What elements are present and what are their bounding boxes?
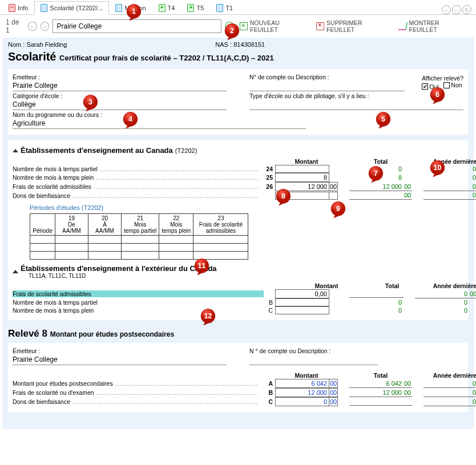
tab-t5[interactable]: T5 [181, 1, 210, 14]
montant-cell[interactable] [275, 192, 329, 200]
nom-label: Nom : [8, 41, 25, 48]
montant-cell[interactable]: 6 042 [275, 379, 329, 388]
typeecole-field[interactable] [249, 99, 463, 110]
add-document-icon [159, 4, 166, 12]
montant-cents[interactable] [329, 192, 338, 200]
tab-t1[interactable]: T1 [210, 1, 239, 14]
montant-cents[interactable]: 00 [329, 388, 338, 397]
col-annee: Année dernière [423, 282, 476, 289]
montant-cell[interactable] [275, 298, 329, 306]
nav-forward-button[interactable]: → [452, 5, 461, 14]
annee-cents: 00 [469, 290, 476, 298]
periods-table: Période 19DeAA/MM 20ÀAA/MM 21Moistemps p… [30, 213, 248, 260]
montant-cell[interactable] [275, 306, 329, 314]
collapse-icon[interactable] [13, 270, 18, 273]
non-checkbox[interactable]: Non [443, 82, 462, 88]
tab-mission[interactable]: Mission [109, 1, 152, 14]
line-letter: A [258, 380, 275, 387]
col-total: Total [361, 282, 423, 289]
periods-block: Périodes d'études (T2202) Période 19DeAA… [30, 204, 463, 260]
period-cell[interactable] [30, 244, 55, 252]
box-number: 26 [258, 183, 275, 190]
row-label: Dons de bienfaisance [13, 398, 258, 405]
button-label: NOUVEAU FEUILLET [250, 19, 308, 33]
typeecole-label: Type d'école ou club de pilotage, s'il y… [249, 92, 463, 99]
tab-scolarite[interactable]: Scolarité (T2202/... [34, 1, 109, 15]
emetteur-field[interactable] [13, 354, 227, 365]
montant-cents[interactable]: 00 [329, 379, 338, 388]
row-label: Montant pour études postsecondaires [13, 380, 258, 387]
compte-field[interactable] [249, 354, 378, 365]
row-label: Frais de scolarité ou d'examen [13, 389, 258, 396]
section-canada: Établissements d'enseignement au Canada … [8, 140, 468, 320]
programme-label: Nom du programme ou du cours : [13, 111, 463, 118]
tab-t4[interactable]: T4 [152, 1, 181, 14]
pager-next-button[interactable]: → [41, 22, 50, 31]
tab-label: T1 [225, 5, 233, 11]
col-montant: Montant [292, 282, 361, 289]
section-suffix: (T2202) [175, 147, 197, 154]
tab-info[interactable]: Info [2, 1, 34, 14]
collapse-icon[interactable] [13, 149, 18, 152]
emetteur-label: Émetteur : [13, 74, 227, 80]
period-cell[interactable] [30, 236, 55, 244]
total-cell: 0 [349, 306, 404, 314]
programme-field[interactable] [13, 118, 306, 129]
section-sub: TL11A, TL11C, TL11D [29, 273, 217, 279]
compte-label: N° de compte ou Description : [249, 74, 405, 80]
montant-cell[interactable]: 8 [275, 173, 329, 182]
delete-icon [316, 22, 324, 30]
categorie-field[interactable] [13, 99, 227, 110]
search-input[interactable] [53, 19, 221, 33]
total-cell: 12 000 [349, 389, 404, 397]
montant-cell[interactable]: 0,00 [275, 289, 329, 298]
info-icon [9, 4, 15, 12]
emetteur-field[interactable] [13, 80, 227, 91]
col-montant: Montant [275, 158, 338, 165]
line-letter: B [258, 389, 275, 396]
document-icon [41, 4, 47, 12]
line-letter: C [258, 398, 275, 405]
document-icon [115, 4, 122, 12]
row-label: Nombre de mois à temps partiel [13, 165, 258, 172]
tab-label: Info [18, 5, 28, 11]
search-go-button[interactable]: → [225, 22, 234, 31]
section-heading: Établissements d'enseignement à l'extéri… [21, 264, 217, 273]
annee-cell: 0 [415, 298, 469, 306]
pager-prev-button[interactable]: ← [28, 22, 37, 31]
supprimer-feuillet-button[interactable]: SUPPRIMER FEUILLET [314, 18, 393, 34]
montant-cell[interactable]: 12 000 [275, 182, 329, 191]
row-label: Frais de scolarité admissibles [13, 290, 264, 297]
nouveau-feuillet-button[interactable]: NOUVEAU FEUILLET [237, 18, 310, 34]
montant-cents[interactable]: 00 [329, 182, 338, 191]
montant-cell[interactable]: 12 000 [275, 388, 329, 397]
tab-bar: Info Scolarité (T2202/... Mission T4 T5 … [0, 0, 476, 15]
r8-info-block: Émetteur : N ° de compte ou Description … [8, 343, 468, 412]
period-cell[interactable] [30, 252, 55, 260]
button-label: SUPPRIMER FEUILLET [326, 19, 391, 33]
nav-back-button[interactable]: ← [442, 5, 451, 14]
line-letter: C [264, 307, 275, 314]
montant-cents[interactable]: 00 [329, 397, 338, 406]
montrer-feuillet-button[interactable]: MONTRER FEUILLET [397, 18, 470, 34]
annee-cell: 0 [423, 191, 476, 200]
montant-cell[interactable] [275, 165, 329, 173]
nav-refresh-button[interactable]: ↻ [462, 5, 471, 14]
add-icon [240, 22, 248, 30]
compte-label: N ° de compte ou Description : [249, 347, 463, 354]
col-annee: Année dernière [423, 372, 476, 379]
total-cents: 00 [404, 183, 412, 191]
montant-cell[interactable]: 0 [275, 397, 329, 406]
button-label: MONTRER FEUILLET [409, 19, 468, 33]
categorie-label: Catégorie d'école : [13, 92, 227, 99]
col-total: Total [349, 158, 412, 165]
oui-checkbox[interactable]: ✔Oui [422, 83, 438, 90]
annee-cell: 0 [423, 183, 476, 191]
section-heading: Établissements d'enseignement au Canada [21, 146, 173, 155]
annee-cell: 0 [415, 306, 469, 314]
compte-field[interactable] [249, 80, 405, 91]
box-number: 25 [258, 174, 275, 181]
tab-label: Scolarité (T2202/... [50, 5, 103, 11]
nas-value: 814308151 [233, 41, 265, 48]
annee-cell: 0 [423, 398, 476, 406]
